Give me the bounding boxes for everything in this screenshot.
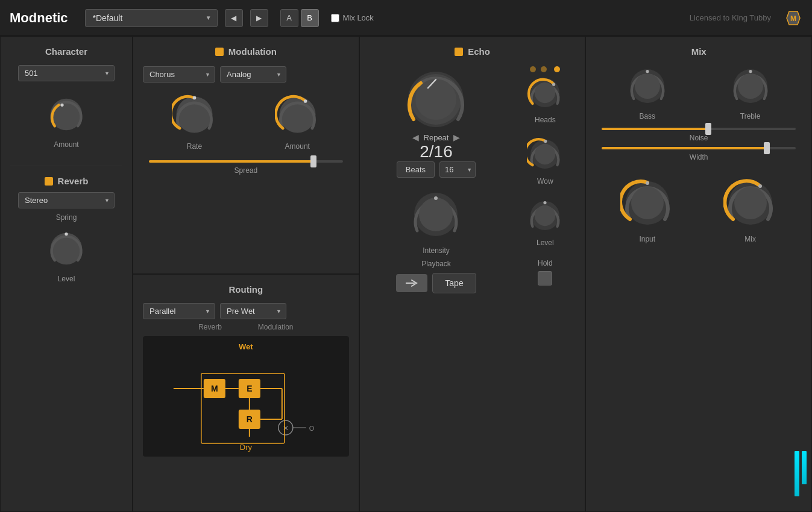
preset-select[interactable]: *Default [85,9,218,27]
routing-reverb-sub: Reverb [198,323,222,331]
repeat-prev-button[interactable]: ◀ [412,133,419,142]
mix-treble-label: Treble [740,112,761,120]
echo-wow-label: Wow [537,177,553,186]
routing-mod-sub: Modulation [258,323,294,331]
echo-wow-knob[interactable] [527,136,563,172]
prev-button[interactable]: ◀ [225,9,243,27]
beats-select[interactable]: 16 8 32 [439,161,476,178]
svg-point-25 [544,201,547,204]
beats-row: Beats 16 8 32 [397,161,476,178]
main-layout: Character 501 502 601 701 Amount [0,36,812,512]
echo-intensity-container: Intensity [409,187,463,255]
echo-title: Echo [468,46,490,57]
spring-label: Spring [56,213,77,222]
echo-panel: Echo ◀ Repeat [359,36,586,512]
svg-point-37 [758,184,762,188]
modulation-title: Modulation [228,46,277,57]
reverb-type-wrapper[interactable]: Stereo Mono Room Hall [18,192,115,208]
mix-mix-knob-container: Mix [723,176,778,243]
routing-svg: M E R ✕ [150,343,342,446]
character-amount-label: Amount [54,140,78,149]
mod-amount-knob[interactable] [275,92,320,137]
svg-text:O: O [309,425,315,432]
mix-mix-knob[interactable] [723,176,778,230]
mix-bass-knob-container: Bass [626,65,669,120]
svg-point-16 [434,196,438,200]
echo-hold-container: Hold [538,259,553,286]
head-dot-1 [530,66,536,72]
a-button[interactable]: A [280,9,298,27]
mix-bass-label: Bass [639,112,655,120]
routing-reverb-select[interactable]: Parallel Series [143,303,215,319]
character-amount-knob[interactable] [45,93,87,136]
echo-repeat-value: 2/16 [420,142,453,161]
echo-hold-label: Hold [538,259,553,267]
svg-text:M: M [211,384,218,393]
mixlock-label[interactable]: Mix Lock [331,13,374,22]
mod-rate-knob[interactable] [172,92,217,137]
echo-playback-container: Playback Tape [396,260,476,293]
mix-input-mix-row: Input Mix [596,176,802,243]
routing-diagram: Wet M E R [143,336,349,457]
vertical-meters [795,451,807,499]
dry-label: Dry [240,443,252,452]
echo-hold-checkbox[interactable] [538,271,552,286]
reverb-level-knob-container: Level [45,228,87,283]
mix-width-slider[interactable] [602,147,796,149]
mod-mode-select[interactable]: Analog Digital Tape [220,66,286,83]
reverb-indicator [45,177,53,186]
mixlock-checkbox[interactable] [331,14,339,22]
repeat-next-button[interactable]: ▶ [453,133,460,142]
heads-dots [530,66,560,72]
mix-bass-treble-row: Bass Treble [596,65,802,120]
reverb-type-select[interactable]: Stereo Mono Room Hall [18,192,115,208]
svg-text:R: R [247,414,253,424]
b-button[interactable]: B [301,9,319,27]
echo-layout: ◀ Repeat ▶ 2/16 Beats 16 8 32 [370,66,576,293]
mod-mode-wrapper[interactable]: Analog Digital Tape [220,66,286,83]
echo-heads-section: Heads [527,66,563,124]
svg-point-27 [635,73,660,99]
routing-panel: Routing Parallel Series Pre Wet Post Wet… [133,274,359,512]
mod-type-select[interactable]: Chorus Flanger Phaser Vibrato [143,66,215,83]
app-title: Modnetic [10,10,68,26]
reverb-level-knob[interactable] [45,228,87,270]
mod-rate-label: Rate [187,142,202,151]
character-preset-select[interactable]: 501 502 601 701 [18,65,115,81]
playback-arrow-button[interactable] [396,274,427,292]
routing-reverb-wrapper[interactable]: Parallel Series [143,303,215,319]
modulation-indicator [215,48,224,56]
next-button[interactable]: ▶ [250,9,268,27]
beats-button[interactable]: Beats [397,161,435,178]
echo-left-col: ◀ Repeat ▶ 2/16 Beats 16 8 32 [370,66,503,293]
echo-level-knob[interactable] [527,198,563,234]
character-dropdown-wrapper[interactable]: 501 502 601 701 [18,65,115,81]
mix-bass-knob[interactable] [626,65,669,107]
tape-button[interactable]: Tape [432,273,476,293]
head-dot-2 [541,66,547,72]
echo-repeat-row: ◀ Repeat ▶ [412,133,461,142]
preset-dropdown[interactable]: *Default [85,9,218,27]
echo-repeat-knob[interactable] [403,66,469,133]
reverb-title: Reverb [58,176,89,186]
routing-mod-wrapper[interactable]: Pre Wet Post Wet [220,303,286,319]
echo-heads-knob[interactable] [527,75,563,111]
beats-dropdown-wrapper[interactable]: 16 8 32 [439,161,476,178]
echo-intensity-knob[interactable] [409,187,463,242]
echo-heads-knob-container: Heads [527,75,563,124]
mix-treble-knob[interactable] [729,65,772,107]
mod-amount-label: Amount [285,142,310,151]
routing-mod-select[interactable]: Pre Wet Post Wet [220,303,286,319]
svg-point-31 [749,70,752,73]
mix-input-knob[interactable] [620,176,675,230]
echo-heads-label: Heads [535,116,556,124]
repeat-label: Repeat [424,133,449,142]
echo-intensity-knob-container: Intensity [409,187,463,255]
svg-point-19 [552,83,555,86]
spread-slider[interactable] [149,160,343,163]
mod-type-wrapper[interactable]: Chorus Flanger Phaser Vibrato [143,66,215,83]
mix-panel: Mix Bass [585,36,812,512]
mod-dropdowns: Chorus Flanger Phaser Vibrato Analog Dig… [143,66,349,83]
mix-noise-slider[interactable] [602,128,796,130]
svg-point-33 [631,187,664,219]
